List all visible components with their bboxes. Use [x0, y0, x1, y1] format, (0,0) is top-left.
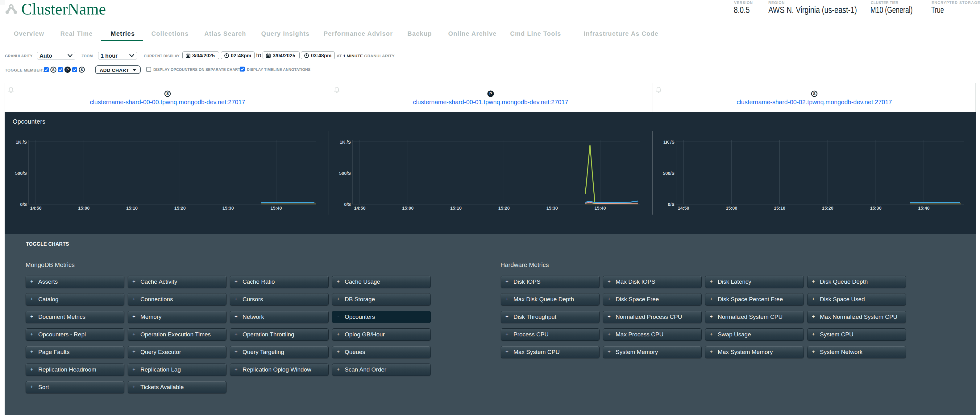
- svg-text:0/S: 0/S: [668, 202, 675, 207]
- svg-text:1K /S: 1K /S: [340, 140, 351, 144]
- svg-text:S: S: [166, 92, 169, 96]
- svg-text:15:00: 15:00: [78, 206, 89, 211]
- svg-text:S: S: [813, 92, 816, 96]
- svg-text:15:30: 15:30: [223, 206, 234, 211]
- svg-text:15:20: 15:20: [498, 206, 510, 211]
- svg-text:15:10: 15:10: [450, 206, 461, 211]
- svg-text:500/S: 500/S: [663, 171, 675, 176]
- svg-text:15:20: 15:20: [174, 206, 186, 211]
- svg-text:15:30: 15:30: [870, 206, 881, 211]
- svg-text:14:50: 14:50: [30, 206, 41, 211]
- svg-text:14:50: 14:50: [354, 206, 365, 211]
- svg-text:0/S: 0/S: [344, 202, 351, 207]
- svg-text:S: S: [52, 68, 55, 71]
- svg-text:1K /S: 1K /S: [663, 140, 675, 144]
- svg-text:0/S: 0/S: [20, 202, 27, 207]
- svg-text:15:00: 15:00: [726, 206, 737, 211]
- svg-text:P: P: [489, 92, 492, 96]
- svg-text:15:20: 15:20: [822, 206, 834, 211]
- svg-text:15:40: 15:40: [270, 206, 282, 211]
- svg-text:P: P: [66, 68, 69, 71]
- svg-text:15:30: 15:30: [546, 206, 558, 211]
- svg-text:500/S: 500/S: [15, 171, 27, 176]
- svg-text:1K /S: 1K /S: [16, 140, 27, 144]
- svg-text:500/S: 500/S: [339, 171, 351, 176]
- svg-text:15:40: 15:40: [918, 206, 929, 211]
- svg-text:S: S: [81, 68, 83, 71]
- svg-text:15:40: 15:40: [594, 206, 606, 211]
- svg-text:15:10: 15:10: [774, 206, 785, 211]
- svg-text:14:50: 14:50: [678, 206, 689, 211]
- svg-text:15:10: 15:10: [126, 206, 138, 211]
- svg-text:15:00: 15:00: [402, 206, 414, 211]
